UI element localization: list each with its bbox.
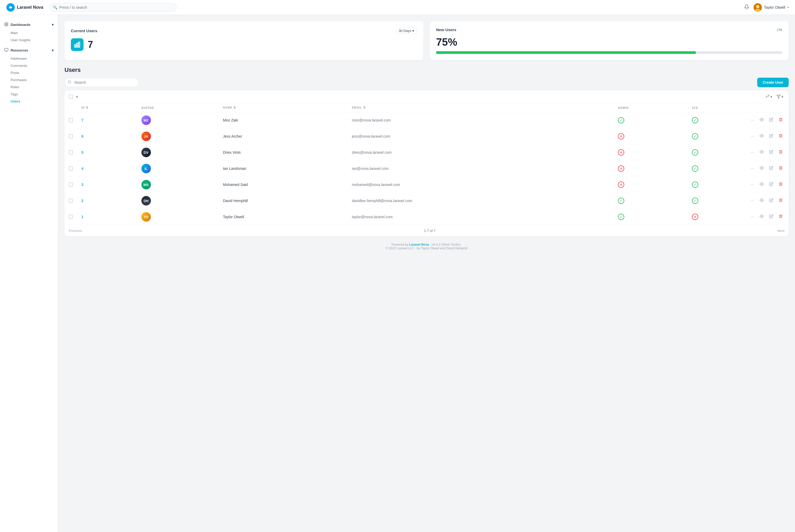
admin-status-false: ✕: [618, 149, 624, 156]
chevron-down-icon: ▾: [787, 6, 789, 9]
admin-status-false: ✕: [618, 182, 624, 188]
svg-rect-9: [4, 48, 8, 51]
sidebar-group-dashboards[interactable]: Dashboards ▾: [0, 20, 58, 29]
delete-user-button[interactable]: [777, 213, 784, 221]
create-user-button[interactable]: Create User: [757, 78, 789, 87]
user-email-cell: ian@nova.laravel.com: [348, 160, 613, 177]
user-id-link[interactable]: 6: [81, 134, 84, 138]
view-user-button[interactable]: [758, 133, 765, 140]
delete-user-button[interactable]: [777, 197, 784, 205]
twofa-status-true: ✓: [692, 149, 698, 156]
col-name[interactable]: NAME ⇅: [219, 103, 348, 112]
col-email[interactable]: EMAIL ⇅: [348, 103, 613, 112]
period-dropdown[interactable]: 30 Days ▾: [396, 27, 417, 34]
view-user-button[interactable]: [758, 116, 765, 124]
view-user-button[interactable]: [758, 197, 765, 205]
svg-rect-8: [6, 24, 8, 26]
sidebar-item-addresses[interactable]: Addresses: [0, 55, 58, 62]
edit-user-button[interactable]: [768, 213, 775, 221]
edit-user-button[interactable]: [768, 197, 775, 205]
delete-user-button[interactable]: [777, 133, 784, 140]
user-email-cell: mior@nova.laravel.com: [348, 112, 613, 128]
more-options-button[interactable]: ···: [749, 117, 756, 124]
table-controls: Create User: [64, 78, 789, 87]
next-page-button[interactable]: Next: [777, 229, 784, 233]
sidebar-item-tags[interactable]: Tags: [0, 91, 58, 98]
sidebar-group-resources[interactable]: Resources ▾: [0, 46, 58, 55]
row-checkbox[interactable]: [69, 118, 73, 122]
delete-user-button[interactable]: [777, 165, 784, 172]
col-id[interactable]: ID ⇅: [77, 103, 137, 112]
view-user-button[interactable]: [758, 149, 765, 156]
edit-user-button[interactable]: [768, 149, 775, 156]
logo[interactable]: Laravel Nova: [6, 3, 43, 12]
sidebar: Dashboards ▾ Main User Insights: [0, 15, 58, 532]
user-email-cell: mohamed@nova.laravel.com: [348, 177, 613, 193]
svg-point-16: [761, 135, 762, 136]
row-checkbox[interactable]: [69, 166, 73, 171]
user-id-link[interactable]: 3: [81, 183, 84, 187]
view-user-button[interactable]: [758, 165, 765, 172]
dashboards-icon: [4, 22, 8, 27]
delete-user-button[interactable]: [777, 181, 784, 188]
row-checkbox[interactable]: [69, 134, 73, 138]
more-options-button[interactable]: ···: [749, 181, 756, 188]
sidebar-item-users[interactable]: Users: [0, 98, 58, 105]
new-users-card: New Users 15k 75%: [430, 21, 789, 60]
sidebar-item-user-insights[interactable]: User Insights: [0, 36, 58, 43]
more-options-button[interactable]: ···: [749, 197, 756, 204]
svg-point-1: [10, 6, 12, 8]
user-twofa-cell: ✓: [688, 112, 745, 128]
svg-rect-12: [78, 42, 79, 47]
sidebar-item-main[interactable]: Main: [0, 29, 58, 36]
sidebar-item-roles[interactable]: Roles: [0, 83, 58, 91]
user-admin-cell: ✕: [614, 145, 688, 160]
prev-page-button[interactable]: Previous: [69, 229, 82, 233]
metrics-row: Current Users 30 Days ▾ 7: [64, 21, 789, 60]
edit-user-button[interactable]: [768, 133, 775, 140]
row-checkbox[interactable]: [69, 183, 73, 187]
select-all-dropdown[interactable]: ▾: [75, 94, 79, 100]
edit-user-button[interactable]: [768, 165, 775, 172]
delete-user-button[interactable]: [777, 149, 784, 156]
app-name: Laravel Nova: [17, 5, 43, 10]
users-search-icon: [68, 80, 71, 85]
user-id-link[interactable]: 1: [81, 215, 84, 219]
admin-status-false: ✕: [618, 165, 624, 172]
view-toggle-button[interactable]: ▾: [764, 94, 773, 100]
view-user-button[interactable]: [758, 181, 765, 188]
user-avatar: IL: [142, 164, 151, 173]
more-options-button[interactable]: ···: [749, 165, 756, 172]
twofa-status-true: ✓: [692, 165, 698, 172]
row-checkbox[interactable]: [69, 150, 73, 154]
admin-status-false: ✕: [618, 133, 624, 139]
filter-button[interactable]: ▾: [775, 94, 784, 100]
user-id-link[interactable]: 5: [81, 150, 84, 154]
resources-chevron-icon: ▾: [52, 48, 54, 52]
more-options-button[interactable]: ···: [749, 213, 756, 220]
user-twofa-cell: ✓: [688, 177, 745, 193]
users-search-input[interactable]: [64, 78, 138, 87]
delete-user-button[interactable]: [777, 116, 784, 124]
row-checkbox[interactable]: [69, 198, 73, 203]
notifications-bell[interactable]: [744, 4, 749, 10]
select-all-checkbox[interactable]: [69, 95, 73, 99]
user-id-link[interactable]: 7: [81, 118, 84, 122]
user-menu[interactable]: Taylor Otwell ▾: [754, 3, 789, 12]
user-admin-cell: ✕: [614, 128, 688, 145]
edit-user-button[interactable]: [768, 116, 775, 124]
svg-point-19: [761, 184, 762, 185]
sidebar-item-purchases[interactable]: Purchases: [0, 76, 58, 83]
view-user-button[interactable]: [758, 213, 765, 221]
more-options-button[interactable]: ···: [749, 149, 756, 156]
more-options-button[interactable]: ···: [749, 133, 756, 140]
row-checkbox[interactable]: [69, 215, 73, 219]
user-email-cell: jess@nova.laravel.com: [348, 128, 613, 145]
search-input[interactable]: [50, 3, 177, 12]
footer-brand-link[interactable]: Laravel Nova: [409, 243, 429, 246]
sidebar-item-posts[interactable]: Posts: [0, 69, 58, 76]
user-id-link[interactable]: 2: [81, 198, 84, 203]
edit-user-button[interactable]: [768, 181, 775, 188]
sidebar-item-comments[interactable]: Comments: [0, 62, 58, 69]
user-id-link[interactable]: 4: [81, 166, 84, 171]
